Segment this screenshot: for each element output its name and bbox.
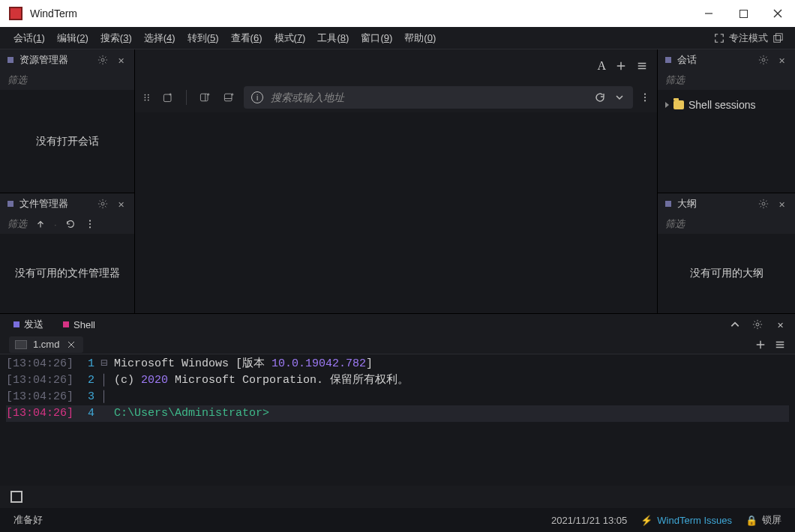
- menu-icon[interactable]: [636, 60, 648, 72]
- gear-icon[interactable]: [752, 318, 764, 330]
- svg-point-8: [89, 223, 91, 225]
- focus-mode-label: 专注模式: [729, 31, 768, 45]
- close-icon[interactable]: [776, 198, 788, 210]
- tab-shell[interactable]: Shell: [58, 316, 100, 333]
- close-icon[interactable]: [115, 54, 127, 66]
- menu-搜索[interactable]: 搜索(3): [94, 29, 138, 46]
- new-tab-icon[interactable]: [159, 88, 177, 106]
- terminal-row: 13:04:261⊟Microsoft Windows [版本 10.0.190…: [6, 356, 789, 372]
- more-icon[interactable]: [84, 218, 96, 230]
- panel-indicator-icon: [665, 201, 671, 207]
- menu-icon[interactable]: [774, 339, 786, 351]
- minimize-button[interactable]: [692, 0, 726, 27]
- focus-mode-button[interactable]: 专注模式: [710, 30, 788, 46]
- refresh-icon[interactable]: [64, 218, 76, 230]
- menu-查看[interactable]: 查看(6): [225, 29, 268, 46]
- terminal-tab[interactable]: 1.cmd: [9, 336, 83, 353]
- editor-area[interactable]: [135, 112, 657, 313]
- svg-rect-19: [224, 94, 232, 101]
- menu-转到[interactable]: 转到(5): [182, 29, 225, 46]
- terminal-icon: [15, 340, 27, 349]
- menu-编辑[interactable]: 编辑(2): [51, 29, 94, 46]
- outline-panel-title: 大纲: [677, 197, 752, 211]
- terminal-tab-label: 1.cmd: [33, 339, 59, 350]
- split-right-icon[interactable]: [196, 88, 214, 106]
- add-icon[interactable]: [615, 60, 627, 72]
- close-icon[interactable]: [65, 339, 77, 351]
- grip-icon[interactable]: [141, 91, 153, 103]
- session-tree-item[interactable]: Shell sessions: [662, 94, 759, 115]
- status-datetime: 2021/11/21 13:05: [551, 515, 627, 526]
- gear-icon[interactable]: [758, 54, 770, 66]
- svg-point-12: [145, 100, 146, 101]
- svg-point-13: [148, 94, 149, 96]
- terminal-row: 13:04:263│: [6, 389, 789, 405]
- filter-label[interactable]: 筛选: [8, 217, 27, 231]
- reload-icon[interactable]: [594, 91, 606, 103]
- gear-icon[interactable]: [97, 198, 109, 210]
- svg-point-22: [644, 97, 646, 98]
- square-icon: [63, 321, 69, 327]
- lock-label[interactable]: 锁屏: [762, 513, 782, 527]
- close-icon[interactable]: [776, 54, 788, 66]
- panel-indicator-icon: [8, 201, 14, 207]
- svg-point-5: [101, 58, 104, 61]
- font-button[interactable]: A: [597, 59, 606, 73]
- svg-point-23: [644, 100, 646, 101]
- square-icon: [14, 321, 20, 327]
- up-arrow-icon[interactable]: [34, 218, 46, 230]
- more-icon[interactable]: [639, 91, 651, 103]
- files-empty-text: 没有可用的文件管理器: [0, 234, 134, 313]
- tab-send[interactable]: 发送: [9, 315, 48, 334]
- issues-link[interactable]: WindTerm Issues: [657, 515, 732, 526]
- chevron-down-icon[interactable]: [614, 91, 626, 103]
- svg-point-25: [762, 202, 765, 205]
- gear-icon[interactable]: [97, 54, 109, 66]
- window-title: WindTerm: [30, 7, 692, 19]
- close-icon[interactable]: [115, 198, 127, 210]
- panel-indicator-icon: [665, 57, 671, 63]
- add-icon[interactable]: [754, 339, 766, 351]
- resource-panel-title: 资源管理器: [20, 53, 91, 67]
- svg-point-6: [101, 202, 104, 205]
- filter-label[interactable]: 筛选: [665, 217, 685, 231]
- address-bar[interactable]: i: [244, 86, 633, 109]
- menu-选择[interactable]: 选择(4): [138, 29, 182, 46]
- maximize-button[interactable]: [726, 0, 760, 27]
- svg-point-9: [89, 227, 91, 229]
- sessions-panel-title: 会话: [677, 53, 752, 67]
- svg-rect-16: [164, 94, 171, 102]
- filter-label[interactable]: 筛选: [8, 73, 27, 87]
- filter-label[interactable]: 筛选: [665, 73, 685, 87]
- svg-rect-3: [774, 35, 781, 42]
- menu-模式[interactable]: 模式(7): [268, 29, 312, 46]
- menu-窗口[interactable]: 窗口(9): [355, 29, 398, 46]
- close-icon[interactable]: [774, 318, 786, 330]
- address-input[interactable]: [271, 91, 586, 103]
- lock-icon: 🔒: [746, 515, 758, 526]
- status-bar: 准备好 2021/11/21 13:05 ⚡ WindTerm Issues 🔒…: [0, 508, 795, 532]
- terminal-output[interactable]: 13:04:261⊟Microsoft Windows [版本 10.0.190…: [0, 354, 795, 486]
- svg-point-7: [89, 220, 91, 222]
- menu-工具[interactable]: 工具(8): [311, 29, 355, 46]
- svg-point-11: [145, 97, 146, 98]
- gear-icon[interactable]: [758, 198, 770, 210]
- status-ready: 准备好: [14, 513, 43, 527]
- window-titlebar: WindTerm: [0, 0, 795, 27]
- close-button[interactable]: [760, 0, 795, 27]
- chevron-up-icon[interactable]: [729, 318, 741, 330]
- split-down-icon[interactable]: [220, 88, 238, 106]
- fullscreen-icon: [714, 33, 724, 43]
- svg-point-26: [756, 323, 759, 326]
- plug-icon: ⚡: [640, 515, 652, 526]
- terminal-row: 13:04:264 C:\Users\Administrator>: [6, 405, 789, 422]
- app-icon[interactable]: [10, 491, 22, 503]
- resource-empty-text: 没有打开会话: [0, 90, 134, 193]
- menu-帮助[interactable]: 帮助(0): [398, 29, 442, 46]
- menu-会话[interactable]: 会话(1): [8, 29, 51, 46]
- info-icon[interactable]: i: [251, 91, 263, 103]
- svg-point-15: [148, 100, 149, 101]
- popout-icon: [772, 33, 783, 43]
- svg-point-14: [148, 97, 149, 98]
- outline-empty-text: 没有可用的大纲: [658, 234, 795, 313]
